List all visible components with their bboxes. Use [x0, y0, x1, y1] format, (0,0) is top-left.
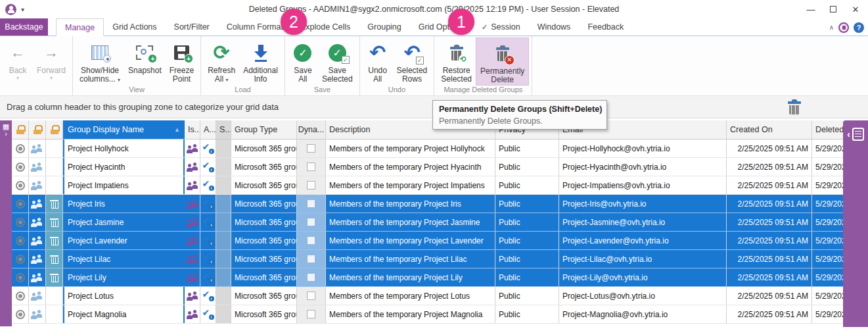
row-delete-flag-cell[interactable] — [46, 268, 63, 286]
cell-group-type[interactable]: Microsoft 365 group — [231, 195, 297, 213]
save-selected-button[interactable]: ✓✓SaveSelected — [318, 38, 357, 86]
cell-privacy[interactable]: Public — [495, 139, 559, 157]
table-row[interactable]: Project Lilac✔iMicrosoft 365 groupMember… — [12, 250, 868, 268]
cell-additional-info[interactable]: ✔i — [200, 287, 216, 305]
cell-group-type[interactable]: Microsoft 365 group — [231, 232, 297, 249]
cell-additional-info[interactable]: ✔i — [200, 213, 216, 231]
cell-email[interactable]: Project-Magnolia@ovh.ytria.io — [559, 305, 727, 323]
help-icon[interactable]: ? — [854, 22, 864, 33]
tab-session[interactable]: ✓Session — [473, 18, 529, 36]
cell-created-on[interactable]: 2/25/2025 09:51 AM — [727, 250, 812, 268]
dynamic-checkbox[interactable] — [307, 199, 315, 208]
cell-additional-info[interactable]: ✔i — [200, 268, 216, 286]
cell-display-name[interactable]: Project Lavender — [63, 232, 185, 249]
header-s[interactable]: S... — [216, 120, 231, 139]
cell-privacy[interactable]: Public — [495, 213, 559, 231]
tab-manage[interactable]: Manage — [56, 18, 104, 36]
table-row[interactable]: Project Iris✔iMicrosoft 365 groupMembers… — [12, 195, 868, 213]
cell-dynamic[interactable] — [297, 268, 326, 286]
cell-display-name[interactable]: Project Hyacinth — [63, 158, 185, 176]
snapshot-button[interactable]: +Snapshot — [124, 38, 166, 86]
cell-created-on[interactable]: 2/25/2025 09:51 AM — [727, 158, 812, 176]
right-side-panel[interactable]: ‹ — [843, 120, 868, 327]
cell-description[interactable]: Members of the temporary Project Lily — [326, 268, 495, 286]
table-row[interactable]: Project Impatiens✔iMicrosoft 365 groupMe… — [12, 176, 868, 195]
row-focus-cell[interactable] — [12, 250, 29, 268]
row-delete-flag-cell[interactable] — [46, 139, 63, 157]
restore-selected-button[interactable]: ⟲RestoreSelected — [437, 38, 476, 86]
cell-created-on[interactable]: 2/25/2025 09:51 AM — [727, 268, 812, 286]
row-focus-cell[interactable] — [12, 139, 29, 157]
maximize-button[interactable] — [823, 2, 843, 16]
cell-created-on[interactable]: 2/25/2025 09:51 AM — [727, 213, 812, 231]
row-members-cell[interactable] — [29, 176, 46, 194]
cell-created-on[interactable]: 2/25/2025 09:51 AM — [727, 139, 812, 157]
row-focus-cell[interactable] — [12, 268, 29, 286]
cell-group-type[interactable]: Microsoft 365 group — [231, 250, 297, 268]
cell-privacy[interactable]: Public — [495, 287, 559, 305]
row-members-cell[interactable] — [29, 232, 46, 249]
cell-is-teams[interactable] — [185, 287, 200, 305]
cell-group-type[interactable]: Microsoft 365 group — [231, 268, 297, 286]
cell-description[interactable]: Members of the temporary Project Impatie… — [326, 176, 495, 194]
grouping-trash-icon[interactable] — [787, 99, 802, 116]
freeze-point-button[interactable]: +FreezePoint — [166, 38, 198, 86]
cell-s[interactable] — [216, 195, 231, 213]
cell-display-name[interactable]: Project Lilac — [63, 250, 185, 268]
cell-description[interactable]: Members of the temporary Project Hollyho… — [326, 139, 495, 157]
header-is[interactable]: Is... — [185, 120, 200, 139]
cell-privacy[interactable]: Public — [495, 176, 559, 194]
cell-is-teams[interactable] — [185, 305, 200, 323]
row-focus-cell[interactable] — [12, 158, 29, 176]
cell-display-name[interactable]: Project Lily — [63, 268, 185, 286]
cell-is-teams[interactable] — [185, 232, 200, 249]
cell-is-teams[interactable] — [185, 213, 200, 231]
cell-description[interactable]: Members of the temporary Project Lavende… — [326, 232, 495, 249]
cell-description[interactable]: Members of the temporary Project Jasmine — [326, 213, 495, 231]
row-delete-flag-cell[interactable] — [46, 195, 63, 213]
cell-display-name[interactable]: Project Magnolia — [63, 305, 185, 323]
cell-group-type[interactable]: Microsoft 365 group — [231, 158, 297, 176]
row-members-cell[interactable] — [29, 287, 46, 305]
cell-group-type[interactable]: Microsoft 365 group — [231, 176, 297, 194]
row-delete-flag-cell[interactable] — [46, 232, 63, 249]
table-row[interactable]: Project Hyacinth✔iMicrosoft 365 groupMem… — [12, 158, 868, 176]
cell-s[interactable] — [216, 213, 231, 231]
cell-display-name[interactable]: Project Iris — [63, 195, 185, 213]
row-delete-flag-cell[interactable] — [46, 305, 63, 323]
row-members-cell[interactable] — [29, 250, 46, 268]
assistant-badge-icon[interactable] — [838, 22, 849, 33]
row-focus-cell[interactable] — [12, 287, 29, 305]
row-members-cell[interactable] — [29, 213, 46, 231]
header-group-type[interactable]: Group Type — [231, 120, 297, 139]
cell-display-name[interactable]: Project Impatiens — [63, 176, 185, 194]
cell-privacy[interactable]: Public — [495, 268, 559, 286]
cell-email[interactable]: Project-Lily@ovh.ytria.io — [559, 268, 727, 286]
row-focus-cell[interactable] — [12, 195, 29, 213]
cell-created-on[interactable]: 2/25/2025 09:51 AM — [727, 232, 812, 249]
tab-grid-actions[interactable]: Grid Actions — [104, 18, 165, 36]
tab-feedback[interactable]: Feedback — [579, 18, 632, 36]
cell-additional-info[interactable]: ✔i — [200, 232, 216, 249]
minimize-button[interactable]: — — [801, 2, 821, 16]
cell-group-type[interactable]: Microsoft 365 group — [231, 287, 297, 305]
cell-group-type[interactable]: Microsoft 365 group — [231, 213, 297, 231]
grid-tools-icon[interactable]: ▦› — [0, 123, 12, 138]
row-members-cell[interactable] — [29, 195, 46, 213]
cell-email[interactable]: Project-Impatiens@ovh.ytria.io — [559, 176, 727, 194]
header-dynamic[interactable]: Dyna... — [297, 120, 326, 139]
cell-dynamic[interactable] — [297, 250, 326, 268]
cell-description[interactable]: Members of the temporary Project Lotus — [326, 287, 495, 305]
cell-email[interactable]: Project-Jasmine@ovh.ytria.io — [559, 213, 727, 231]
cell-created-on[interactable]: 2/25/2025 09:51 AM — [727, 287, 812, 305]
cell-additional-info[interactable]: ✔i — [200, 195, 216, 213]
row-members-cell[interactable] — [29, 305, 46, 323]
cell-email[interactable]: Project-Hollyhock@ovh.ytria.io — [559, 139, 727, 157]
cell-description[interactable]: Members of the temporary Project Iris — [326, 195, 495, 213]
header-lock-2[interactable] — [29, 120, 46, 139]
table-row[interactable]: Project Jasmine✔iMicrosoft 365 groupMemb… — [12, 213, 868, 232]
cell-s[interactable] — [216, 250, 231, 268]
cell-additional-info[interactable]: ✔i — [200, 158, 216, 176]
tab-windows[interactable]: Windows — [529, 18, 580, 36]
show-hide-columns-button[interactable]: Show/Hidecolumns... ▾ — [76, 38, 124, 86]
